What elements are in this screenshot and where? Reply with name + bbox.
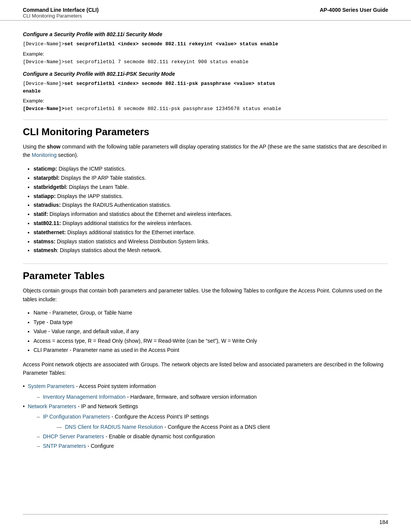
list-item-system-content: System Parameters - Access Point system … [28,382,257,401]
section2-command: [Device-Name]>set secprofiletbl <index> … [23,80,388,95]
cli-monitoring-heading: CLI Monitoring Parameters [23,120,388,138]
header-left: Command Line Interface (CLI) CLI Monitor… [23,7,99,19]
page-container: Command Line Interface (CLI) CLI Monitor… [0,0,411,532]
list-item: staticmp: Displays the ICMP statistics. [33,165,388,174]
section2-example-bold: [Device-Name]> [23,106,64,112]
section1-example-code: [Device-Name]>set secprofiletbl 7 secmod… [23,58,388,66]
section1-command-bold: set secprofiletbl <index> secmode 802.11… [64,41,278,47]
footer-divider [23,514,388,514]
sub-list-item-dhcp: DHCP Server Parameters - Enable or disab… [37,432,270,441]
section-802-11i-psk: Configure a Security Profile with 802.11… [23,71,388,113]
param-columns-list: Name - Parameter, Group, or Table Name T… [33,308,388,355]
list-item: statarptbl: Displays the IP ARP Table st… [33,174,388,183]
system-sub-list: Inventory Management Information - Hardw… [37,392,257,402]
dns-content: DNS Client for RADIUS Name Resolution - … [65,422,270,432]
item-bold: statmss: [33,238,56,244]
main-content: Configure a Security Profile with 802.11… [0,21,411,466]
section1-command: [Device-Name]>set secprofiletbl <index> … [23,40,388,48]
section2-cmd-prefix: [Device-Name]> [23,81,64,86]
dhcp-text: - Enable or disable dynamic host configu… [104,433,215,439]
section1-heading: Configure a Security Profile with 802.11… [23,31,388,37]
sub-sub-item-dns: DNS Client for RADIUS Name Resolution - … [57,422,270,432]
intro-part3: section). [57,152,78,158]
item-bold: statarptbl: [33,175,59,181]
item-bold: staticmp: [33,166,57,172]
section2-heading: Configure a Security Profile with 802.11… [23,71,388,77]
list-item: statmesh: Displays statistics about the … [33,246,388,255]
sntp-text: - Configure [86,443,114,449]
ip-sub-sub-list: DNS Client for RADIUS Name Resolution - … [57,422,270,432]
section1-command-prefix: [Device-Name]> [23,41,64,47]
list-item-network: Network Parameters - IP and Network Sett… [23,402,388,451]
sub-item-ip-content: IP Configuration Parameters - Configure … [43,412,270,432]
item-bold: statradius: [33,202,61,208]
item-bold: statethernet: [33,229,66,235]
item-bold: statbridgetbl: [33,184,67,190]
sntp-link[interactable]: SNTP Parameters [43,443,86,449]
inventory-text: - Hardware, firmware, and software versi… [126,394,257,400]
header-right-title: AP-4000 Series User Guide [320,7,388,13]
dhcp-content: DHCP Server Parameters - Enable or disab… [43,432,215,441]
network-sub-list: IP Configuration Parameters - Configure … [37,412,270,451]
list-item: statethernet: Displays additional statis… [33,228,388,237]
list-item: Type - Data type [33,318,388,327]
ip-config-text: - Configure the Access Point’s IP settin… [110,414,209,420]
list-item: statiapp: Displays the IAPP statistics. [33,192,388,201]
section2-example-text: set secprofiletbl 8 secmode 802.11i-psk … [64,106,281,112]
item-bold: stat802.11: [33,220,61,226]
page-header: Command Line Interface (CLI) CLI Monitor… [0,0,411,21]
network-parameters-link[interactable]: Network Parameters [28,403,76,409]
list-item: Value - Value range, and default value, … [33,327,388,336]
item-bold: statif: [33,211,48,217]
param-links-list: System Parameters - Access Point system … [23,382,388,451]
cli-monitoring-intro: Using the show command with the followin… [23,142,388,160]
page-number: 184 [379,519,388,525]
list-item: Access = access type, R = Read Only (sho… [33,336,388,346]
section2-example-label: Example: [23,98,388,104]
monitoring-link[interactable]: Monitoring [32,152,56,158]
list-item: statif: Displays information and statist… [33,210,388,219]
sub-item-content: Inventory Management Information - Hardw… [43,392,257,402]
ip-config-link[interactable]: IP Configuration Parameters [43,414,110,420]
cli-stats-list: staticmp: Displays the ICMP statistics. … [33,165,388,255]
section2-example: [Device-Name]>set secprofiletbl 8 secmod… [23,105,388,113]
inventory-management-link[interactable]: Inventory Management Information [43,394,126,400]
network-params-text: - IP and Network Settings [76,403,138,409]
list-item: statmss: Displays station statistics and… [33,237,388,246]
list-item-system: System Parameters - Access Point system … [23,382,388,401]
section1-example-label: Example: [23,51,388,57]
param-tables-heading: Parameter Tables [23,264,388,282]
system-params-text: - Access Point system information [75,383,156,389]
list-item-network-content: Network Parameters - IP and Network Sett… [28,402,270,451]
intro-part1: Using the [23,144,47,150]
section2-cmd-bold: set secprofiletbl <index> secmode 802.11… [64,81,275,86]
section2-cmd-bold2: enable [23,88,41,94]
list-item: stat802.11: Displays additional statisti… [33,219,388,228]
sub-list-item: Inventory Management Information - Hardw… [37,392,257,402]
sntp-content: SNTP Parameters - Configure [43,441,114,451]
section-802-11i: Configure a Security Profile with 802.11… [23,31,388,66]
system-parameters-link[interactable]: System Parameters [28,383,75,389]
sub-list-item-sntp: SNTP Parameters - Configure [37,441,270,451]
header-subtitle: CLI Monitoring Parameters [23,13,99,19]
list-item: statradius: Displays the RADIUS Authenti… [33,201,388,210]
list-item: CLI Parameter - Parameter name as used i… [33,345,388,355]
dns-client-link[interactable]: DNS Client for RADIUS Name Resolution [65,424,163,430]
header-title: Command Line Interface (CLI) [23,7,99,13]
param-tables-intro: Objects contain groups that contain both… [23,286,388,304]
dhcp-server-link[interactable]: DHCP Server Parameters [43,433,104,439]
item-bold: statmesh [33,247,57,253]
item-bold: statiapp: [33,193,56,199]
intro-bold: show [47,144,61,150]
list-item: Name - Parameter, Group, or Table Name [33,308,388,318]
network-objects-text: Access Point network objects are associa… [23,360,388,377]
sub-list-item-ip: IP Configuration Parameters - Configure … [37,412,270,432]
list-item: statbridgetbl: Displays the Learn Table. [33,183,388,192]
dns-text: - Configure the Access Point as a DNS cl… [163,424,270,430]
